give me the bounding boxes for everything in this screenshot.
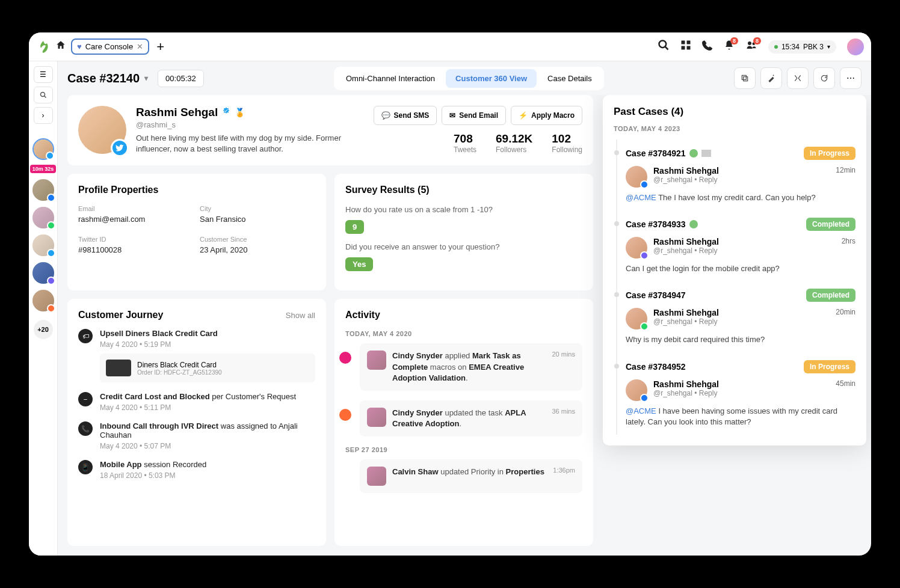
journey-item: − Credit Card Lost and Blocked per Custo… [78,392,315,412]
profile-bio: Out here living my best life with my dog… [136,133,364,155]
past-case-time: 12min [836,166,855,188]
star-icon [689,220,698,228]
verified-icon [221,106,231,118]
journey-title: Customer Journey [78,310,163,320]
chevron-down-icon: ▾ [827,43,830,50]
past-case-handle: @r_shehgal • Reply [653,317,719,326]
contact-avatar-3[interactable] [32,207,54,228]
view-tabs: Omni-Channel Interaction Customer 360 Vi… [334,67,604,90]
search-icon[interactable] [658,39,670,54]
email-icon: ✉ [449,111,455,120]
twitter-badge-icon [47,249,55,257]
show-all-link[interactable]: Show all [286,311,315,320]
past-case-time: 45min [836,379,855,401]
past-case-username: Rashmi Shehgal [653,379,719,389]
status-badge: Completed [806,218,855,231]
more-icon[interactable]: ⋯ [840,67,861,89]
tab-case-details[interactable]: Case Details [538,69,602,88]
reply-link[interactable]: Reply [699,317,718,326]
case-title: Case #32140 [67,72,140,85]
status-chip[interactable]: 15:34 PBK 3 ▾ [768,40,836,54]
chevron-right-icon[interactable]: › [34,107,53,124]
profile-name: Rashmi Sehgal [136,106,218,119]
tab-close-icon[interactable]: ✕ [137,42,143,51]
rail-search-icon[interactable] [34,87,53,103]
apply-macro-button[interactable]: ⚡Apply Macro [511,106,582,125]
past-case-item[interactable]: Case #3784952 In ProgressRashmi Shehgal@… [616,353,855,435]
case-timer: 00:05:32 [158,70,204,87]
activity-item: Cindy Snyder applied Mark Task as Comple… [356,343,582,391]
team-icon[interactable]: 8 [745,40,757,54]
tweets-count: 708 [454,132,476,145]
activity-item: Calvin Shaw updated Priority in Properti… [356,459,582,493]
properties-title: Profile Properties [78,185,315,195]
user-avatar[interactable] [847,38,864,55]
copy-icon[interactable] [734,67,756,89]
past-case-time: 2hrs [842,237,855,259]
activity-avatar [367,408,386,427]
status-badge: Completed [806,289,855,302]
home-icon[interactable] [55,40,66,54]
twitter-badge-icon [46,152,54,160]
reply-link[interactable]: Reply [699,176,718,184]
followers-count: 69.12K [496,132,532,145]
tab-care-console[interactable]: ♥ Care Console ✕ [71,38,149,55]
chevron-down-icon[interactable]: ▾ [144,74,148,82]
bell-icon[interactable]: 8 [724,40,735,54]
past-case-item[interactable]: Case #3784933 CompletedRashmi Shehgal@r_… [616,210,855,281]
past-case-id: Case #3784921 [626,149,711,158]
send-sms-button[interactable]: 💬Send SMS [374,106,437,125]
viber-badge-icon [47,277,55,285]
heart-icon: ♥ [77,42,82,51]
wand-icon[interactable] [760,67,782,89]
merge-icon[interactable] [787,67,809,89]
tab-omni-channel[interactable]: Omni-Channel Interaction [336,69,445,88]
channel-badge-icon [47,304,55,313]
activity-date: TODAY, MAY 4 2020 [345,330,582,337]
activity-title: Activity [345,310,582,320]
channel-badge-icon [640,322,649,331]
status-badge: In Progress [804,360,855,373]
properties-card: Profile Properties Emailrashmi@email.com… [67,174,326,290]
activity-avatar [367,351,386,370]
menu-icon[interactable]: ☰ [34,66,53,83]
refresh-icon[interactable] [813,67,835,89]
contact-avatar-2[interactable] [32,179,54,201]
prop-customer-since: 23 April, 2020 [200,245,315,254]
past-case-id: Case #3784933 [626,219,698,229]
contact-avatar-1[interactable] [32,138,54,160]
profile-handle: @rashmi_s [136,120,364,129]
sms-icon: 💬 [381,111,390,120]
macro-icon: ⚡ [519,111,528,120]
following-count: 102 [552,132,582,145]
more-contacts[interactable]: +20 [34,320,53,339]
subheader: Case #32140 ▾ 00:05:32 Omni-Channel Inte… [58,61,871,95]
past-case-username: Rashmi Shehgal [653,308,719,317]
team-badge: 8 [753,37,761,44]
mention[interactable]: @ACME [626,193,656,202]
contact-avatar-4[interactable] [32,234,54,256]
apps-icon[interactable] [680,40,691,54]
mention[interactable]: @ACME [626,406,656,415]
reply-link[interactable]: Reply [699,247,718,255]
survey-a1: 9 [345,220,364,234]
reply-link[interactable]: Reply [699,389,718,397]
phone-icon[interactable] [702,40,713,54]
send-email-button[interactable]: ✉Send Email [442,106,506,125]
past-cases-title: Past Cases (4) [614,106,855,118]
status-dot-icon [774,45,778,49]
contact-avatar-5[interactable] [32,262,54,284]
past-case-item[interactable]: Case #3784947 CompletedRashmi Shehgal@r_… [616,281,855,352]
prop-email: rashmi@email.com [78,215,194,224]
medal-icon: 🏅 [235,108,245,117]
tab-customer-360[interactable]: Customer 360 View [446,69,537,88]
svg-rect-5 [686,46,690,50]
add-tab-button[interactable]: + [156,39,164,55]
survey-q1: How do you rate us on a scale from 1 -10… [345,205,582,214]
app-logo [36,40,51,54]
activity-marker-icon [339,409,351,421]
svg-rect-11 [742,75,746,79]
past-case-handle: @r_shehgal • Reply [653,389,719,397]
contact-avatar-6[interactable] [32,290,54,311]
past-case-item[interactable]: Case #3784921 In ProgressRashmi Shehgal@… [616,139,855,210]
